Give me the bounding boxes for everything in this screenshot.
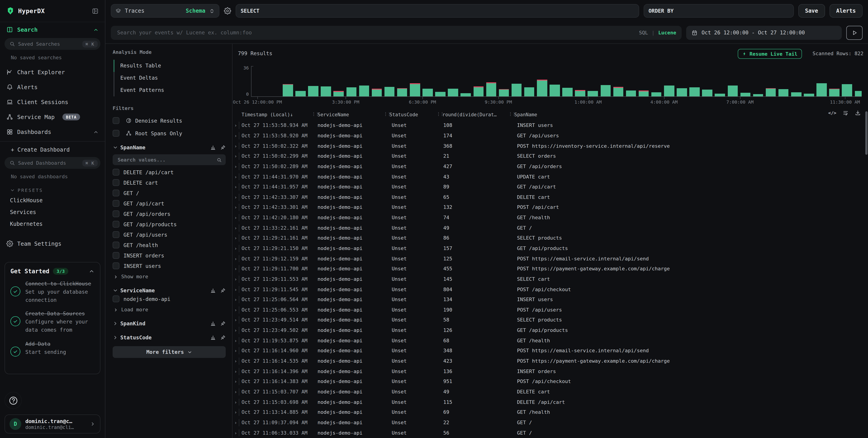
- table-row[interactable]: ›Oct 27 11:42:20.180 AMnodejs-demo-apiUn…: [232, 213, 868, 223]
- histogram-bar[interactable]: [346, 87, 356, 96]
- expand-row-icon[interactable]: ›: [234, 400, 237, 405]
- histogram-bar-error[interactable]: [397, 88, 407, 89]
- filter-option[interactable]: GET /api/products: [113, 219, 226, 229]
- chevron-right-icon[interactable]: [113, 335, 118, 340]
- bar-chart-icon[interactable]: [210, 335, 216, 340]
- table-row[interactable]: ›Oct 27 11:16:14.960 AMnodejs-demo-apiUn…: [232, 346, 868, 356]
- get-started-header[interactable]: Get Started 3/3: [10, 268, 95, 275]
- table-row[interactable]: ›Oct 27 11:16:14.383 AMnodejs-demo-apiUn…: [232, 376, 868, 387]
- expand-row-icon[interactable]: ›: [234, 215, 237, 220]
- table-row[interactable]: ›Oct 27 11:29:21.150 AMnodejs-demo-apiUn…: [232, 243, 868, 253]
- checkbox[interactable]: [113, 210, 119, 217]
- histogram-bar[interactable]: [677, 88, 687, 96]
- histogram-bar[interactable]: [664, 85, 674, 96]
- column-header-spanname[interactable]: SpanName: [514, 112, 537, 117]
- filter-option[interactable]: GET /api/orders: [113, 209, 226, 219]
- more-filters-button[interactable]: More filters: [113, 346, 226, 358]
- histogram-bar[interactable]: [499, 90, 509, 96]
- sidebar-item-search[interactable]: Search: [0, 22, 105, 37]
- histogram-bar[interactable]: [600, 85, 611, 96]
- histogram-bar[interactable]: [423, 88, 433, 96]
- save-button[interactable]: Save: [798, 4, 825, 18]
- table-row[interactable]: ›Oct 27 11:23:49.514 AMnodejs-demo-apiUn…: [232, 315, 868, 325]
- expand-row-icon[interactable]: ›: [234, 308, 237, 313]
- histogram-bar[interactable]: [537, 81, 547, 96]
- expand-row-icon[interactable]: ›: [234, 348, 237, 353]
- order-by-input[interactable]: ORDER BY: [644, 4, 794, 18]
- table-row[interactable]: ›Oct 27 11:25:06.553 AMnodejs-demo-apiUn…: [232, 305, 868, 315]
- chevron-up-icon[interactable]: [89, 268, 95, 274]
- histogram-bar[interactable]: [613, 88, 623, 96]
- column-header-statuscode[interactable]: StatusCode: [390, 112, 418, 117]
- filter-group-servicename[interactable]: ServiceName: [113, 287, 226, 294]
- chevron-up-icon[interactable]: [93, 27, 99, 32]
- histogram-bar-error[interactable]: [283, 84, 293, 85]
- histogram-plot[interactable]: 36 0 Oct 26 12:00:00 PM3:30:00 PM6:30:00…: [251, 68, 862, 97]
- checkbox[interactable]: [113, 252, 119, 259]
- pin-icon[interactable]: [220, 288, 226, 293]
- table-row[interactable]: ›Oct 27 11:50:02.322 AMnodejs-demo-apiUn…: [232, 141, 868, 151]
- column-header-round-divide-durat-[interactable]: round(divide(Durat…: [442, 112, 497, 117]
- expand-row-icon[interactable]: ›: [234, 236, 237, 241]
- histogram-bar[interactable]: [791, 92, 801, 96]
- histogram-bar[interactable]: [372, 90, 382, 96]
- show-more-link[interactable]: Show more: [113, 271, 226, 280]
- sidebar-item-chart-explorer[interactable]: Chart Explorer: [0, 65, 105, 80]
- sidebar-item-client-sessions[interactable]: Client Sessions: [0, 94, 105, 110]
- get-started-item[interactable]: Add DataStart sending: [10, 340, 95, 356]
- presets-toggle[interactable]: PRESETS: [0, 184, 105, 195]
- expand-row-icon[interactable]: ›: [234, 174, 237, 179]
- histogram-bar[interactable]: [816, 83, 827, 96]
- chevron-up-icon[interactable]: [93, 129, 99, 135]
- table-row[interactable]: ›Oct 27 11:15:03.698 AMnodejs-demo-apiUn…: [232, 397, 868, 407]
- table-row[interactable]: ›Oct 27 11:33:22.161 AMnodejs-demo-apiUn…: [232, 223, 868, 233]
- expand-row-icon[interactable]: ›: [234, 287, 237, 292]
- histogram-bar[interactable]: [639, 91, 649, 96]
- table-row[interactable]: ›Oct 27 11:50:02.299 AMnodejs-demo-apiUn…: [232, 151, 868, 161]
- checkbox[interactable]: [113, 130, 119, 137]
- histogram-bar-error[interactable]: [829, 88, 839, 89]
- checkbox[interactable]: [113, 221, 119, 228]
- expand-row-icon[interactable]: ›: [234, 328, 237, 333]
- histogram-bar[interactable]: [740, 93, 750, 96]
- bar-chart-icon[interactable]: [210, 145, 216, 150]
- expand-row-icon[interactable]: ›: [234, 154, 237, 158]
- expand-row-icon[interactable]: ›: [234, 430, 237, 435]
- histogram-bar[interactable]: [778, 89, 788, 96]
- table-row[interactable]: ›Oct 27 11:13:14.885 AMnodejs-demo-apiUn…: [232, 407, 868, 417]
- table-row[interactable]: ›Oct 27 11:53:58.934 AMnodejs-demo-apiUn…: [232, 120, 868, 130]
- histogram-bar[interactable]: [766, 89, 776, 96]
- checkbox[interactable]: [113, 231, 119, 238]
- column-header-servicename[interactable]: ServiceName: [317, 112, 349, 117]
- checkbox[interactable]: [113, 262, 119, 269]
- table-row[interactable]: ›Oct 27 11:53:58.920 AMnodejs-demo-apiUn…: [232, 130, 868, 141]
- table-row[interactable]: ›Oct 27 11:23:49.502 AMnodejs-demo-apiUn…: [232, 325, 868, 335]
- histogram-bar[interactable]: [702, 90, 712, 96]
- histogram-bar-error[interactable]: [410, 84, 420, 84]
- histogram-bar[interactable]: [397, 89, 407, 96]
- pin-icon[interactable]: [220, 145, 226, 150]
- checkbox[interactable]: [113, 117, 119, 124]
- table-row[interactable]: ›Oct 27 11:15:03.707 AMnodejs-demo-apiUn…: [232, 387, 868, 397]
- expand-row-icon[interactable]: ›: [234, 164, 237, 169]
- histogram-bar[interactable]: [804, 94, 814, 96]
- preset-item-kubernetes[interactable]: Kubernetes: [0, 218, 105, 230]
- histogram-bar[interactable]: [562, 88, 572, 96]
- histogram-bar[interactable]: [473, 87, 484, 96]
- table-row[interactable]: ›Oct 27 11:29:11.545 AMnodejs-demo-apiUn…: [232, 284, 868, 295]
- histogram-bar[interactable]: [296, 91, 306, 96]
- time-range-picker[interactable]: Oct 26 12:00:00 - Oct 27 12:00:00: [686, 26, 842, 39]
- wrap-lines-icon[interactable]: [843, 110, 848, 116]
- filter-option[interactable]: INSERT users: [113, 261, 226, 271]
- table-row[interactable]: ›Oct 27 11:29:11.700 AMnodejs-demo-apiUn…: [232, 264, 868, 274]
- sidebar-item-alerts[interactable]: Alerts: [0, 80, 105, 94]
- checkbox[interactable]: [113, 179, 119, 186]
- help-button[interactable]: [4, 392, 22, 409]
- histogram-bar[interactable]: [410, 84, 420, 96]
- histogram-bar-error[interactable]: [613, 87, 623, 88]
- histogram-bar[interactable]: [575, 91, 585, 96]
- filter-group-statuscode[interactable]: StatusCode: [113, 334, 226, 341]
- filter-option[interactable]: INSERT orders: [113, 250, 226, 261]
- filter-option[interactable]: DELETE cart: [113, 177, 226, 188]
- search-input[interactable]: [116, 29, 636, 36]
